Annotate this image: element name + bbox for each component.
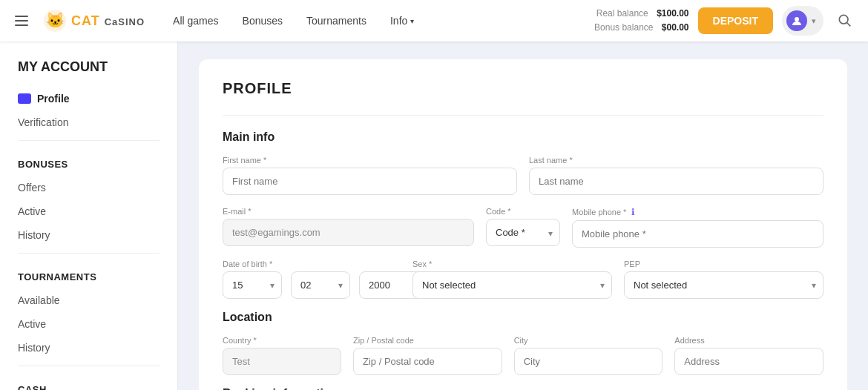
email-input[interactable] — [223, 219, 474, 246]
main-nav: All games Bonuses Tournaments Info ▾ — [162, 9, 424, 33]
location-row: Country * Zip / Postal code City Address — [223, 336, 823, 375]
page-body: MY ACCOUNT Profile Verification BONUSES … — [0, 42, 868, 390]
code-select[interactable]: Code * — [486, 219, 560, 246]
dob-day-select[interactable]: 15 — [223, 271, 282, 299]
profile-title: PROFILE — [223, 80, 823, 97]
code-label: Code * — [486, 207, 560, 216]
chevron-down-icon: ▾ — [812, 16, 816, 26]
first-name-input[interactable] — [223, 168, 517, 195]
chevron-down-icon: ▾ — [410, 17, 414, 25]
email-label: E-mail * — [223, 207, 474, 216]
first-name-label: First name * — [223, 156, 517, 165]
banking-title: Banking information — [223, 387, 823, 390]
sidebar-item-offers[interactable]: Offers — [0, 176, 177, 199]
divider-cash — [18, 366, 160, 366]
avatar — [786, 10, 807, 31]
mobile-input[interactable] — [572, 220, 823, 248]
sidebar-bonuses-section: BONUSES Offers Active History — [0, 147, 177, 247]
address-input[interactable] — [674, 348, 823, 375]
bonus-balance-row: Bonus balance $00.00 — [594, 21, 688, 35]
sidebar-tournaments-title: TOURNAMENTS — [0, 260, 177, 288]
zip-input[interactable] — [353, 348, 502, 375]
search-button[interactable] — [832, 8, 856, 34]
divider-bonuses — [18, 140, 160, 141]
first-name-group: First name * — [223, 156, 517, 195]
sidebar-bonuses-title: BONUSES — [0, 147, 177, 176]
country-input[interactable] — [223, 348, 341, 375]
profile-card: PROFILE Main info First name * Last name… — [199, 59, 847, 390]
address-label: Address — [674, 336, 823, 345]
svg-text:🐱: 🐱 — [46, 11, 65, 29]
email-group: E-mail * — [223, 207, 474, 248]
sidebar-item-bonuses-active[interactable]: Active — [0, 199, 177, 223]
dob-label: Date of birth * — [223, 260, 401, 268]
sidebar-item-verification[interactable]: Verification — [0, 110, 177, 134]
mobile-group: Mobile phone * ℹ — [572, 207, 823, 248]
code-select-wrapper: Code * — [486, 219, 560, 248]
header-left: 🐱 CAT CaSINO — [12, 9, 145, 33]
mobile-label: Mobile phone * ℹ — [572, 207, 823, 217]
country-group: Country * — [223, 336, 341, 375]
zip-group: Zip / Postal code — [353, 336, 502, 375]
pep-select[interactable]: Not selected — [624, 271, 823, 299]
real-balance-row: Real balance $100.00 — [594, 7, 688, 21]
svg-line-4 — [847, 22, 851, 26]
real-balance-label: Real balance — [596, 8, 648, 19]
sidebar-item-profile[interactable]: Profile — [0, 87, 177, 110]
pep-label: PEP — [624, 260, 823, 268]
nav-info[interactable]: Info ▾ — [380, 9, 424, 33]
address-group: Address — [674, 336, 823, 375]
header: 🐱 CAT CaSINO All games Bonuses Tournamen… — [0, 0, 868, 42]
zip-label: Zip / Postal code — [353, 336, 502, 345]
divider-tournaments — [18, 253, 160, 254]
country-label: Country * — [223, 336, 341, 345]
sidebar-item-bonuses-history[interactable]: History — [0, 223, 177, 247]
sidebar-account-section: Profile Verification — [0, 87, 177, 134]
dob-day-group: 15 — [223, 271, 282, 299]
last-name-input[interactable] — [529, 168, 823, 195]
sidebar-tournaments-section: TOURNAMENTS Available Active History — [0, 260, 177, 360]
header-right: Real balance $100.00 Bonus balance $00.0… — [594, 6, 856, 36]
svg-point-2 — [795, 17, 799, 22]
name-row: First name * Last name * — [223, 156, 823, 195]
dob-month-group: 02 — [291, 271, 350, 299]
nav-all-games[interactable]: All games — [162, 9, 228, 33]
location-title: Location — [223, 311, 823, 324]
sidebar-item-tournaments-active[interactable]: Active — [0, 312, 177, 336]
user-icon — [791, 15, 803, 27]
logo[interactable]: 🐱 CAT CaSINO — [43, 9, 145, 33]
city-group: City — [514, 336, 663, 375]
active-indicator — [18, 93, 31, 104]
sex-select[interactable]: Not selected — [412, 271, 612, 299]
deposit-button[interactable]: DEPOSIT — [698, 7, 773, 34]
sex-label: Sex * — [412, 260, 612, 268]
dob-group: Date of birth * 15 — [223, 260, 401, 299]
real-balance-amount: $100.00 — [657, 8, 688, 19]
balance-block: Real balance $100.00 Bonus balance $00.0… — [594, 7, 688, 35]
city-label: City — [514, 336, 663, 345]
main-content: PROFILE Main info First name * Last name… — [178, 42, 868, 390]
bonus-balance-amount: $00.00 — [662, 22, 689, 33]
nav-bonuses[interactable]: Bonuses — [232, 9, 293, 33]
city-input[interactable] — [514, 348, 663, 375]
sex-group: Sex * Not selected — [412, 260, 612, 299]
logo-text: CAT CaSINO — [71, 13, 145, 29]
sidebar-item-tournaments-available[interactable]: Available — [0, 288, 177, 312]
nav-tournaments[interactable]: Tournaments — [296, 9, 377, 33]
month-select-wrapper: 02 — [291, 271, 350, 299]
info-icon: ℹ — [631, 207, 635, 217]
menu-toggle-button[interactable] — [12, 13, 31, 29]
date-row: 15 02 — [223, 271, 401, 299]
last-name-label: Last name * — [529, 156, 823, 165]
pep-group: PEP Not selected — [624, 260, 823, 299]
contact-row: E-mail * Code * Code * Mobile phone * ℹ — [223, 207, 823, 248]
search-icon — [837, 13, 852, 27]
dob-month-select[interactable]: 02 — [291, 271, 350, 299]
sidebar-item-tournaments-history[interactable]: History — [0, 336, 177, 360]
avatar-button[interactable]: ▾ — [782, 6, 823, 36]
sex-select-wrapper: Not selected — [412, 271, 612, 299]
pep-select-wrapper: Not selected — [624, 271, 823, 299]
bonus-balance-label: Bonus balance — [594, 22, 653, 33]
day-select-wrapper: 15 — [223, 271, 282, 299]
svg-point-3 — [839, 15, 848, 24]
